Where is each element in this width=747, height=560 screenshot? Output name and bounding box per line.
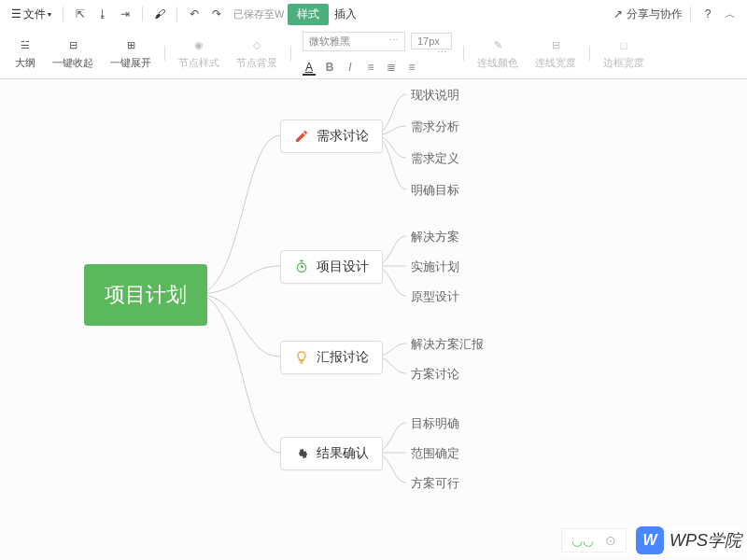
toolbar-tools-row: ☱大纲 ⊟一键收起 ⊞一键展开 ◉节点样式 ◇节点背景 微软雅黑 17px A … — [0, 28, 747, 78]
align-center-icon[interactable]: ≣ — [385, 61, 398, 76]
node-style-tool[interactable]: ◉节点样式 — [171, 35, 227, 72]
clock-icon — [294, 259, 309, 274]
bold-icon[interactable]: B — [323, 61, 336, 76]
branch-label: 结果确认 — [317, 445, 369, 462]
root-node[interactable]: 项目计划 — [84, 264, 207, 326]
italic-icon[interactable]: I — [344, 61, 357, 76]
divider — [690, 7, 691, 21]
font-family-select[interactable]: 微软雅黑 — [303, 32, 405, 51]
line-width-tool[interactable]: ⊟连线宽度 — [528, 35, 584, 72]
tab-insert[interactable]: 插入 — [325, 4, 366, 25]
align-right-icon[interactable]: ≡ — [405, 61, 418, 76]
branch-label: 需求讨论 — [317, 128, 369, 145]
bottom-bar: ◡◡ ⊙ W WPS学院 — [561, 526, 741, 554]
collapse-toolbar-icon[interactable]: ︿ — [721, 5, 740, 23]
leaf-node[interactable]: 现状说明 — [411, 87, 459, 104]
divider — [63, 7, 63, 21]
wps-logo-icon: W — [636, 526, 664, 554]
branch-label: 汇报讨论 — [317, 349, 369, 366]
divider — [142, 7, 143, 21]
branch-node[interactable]: 结果确认 — [280, 437, 383, 470]
leaf-node[interactable]: 实施计划 — [411, 259, 459, 275]
text-color-icon[interactable]: A — [303, 61, 316, 76]
export-icon[interactable]: ⇱ — [71, 5, 90, 23]
leaf-node[interactable]: 范围确定 — [411, 445, 459, 462]
pencil-icon — [294, 129, 309, 144]
eye-icon[interactable]: ◡◡ — [571, 533, 594, 548]
toolbar-top-row: ☰ 文件 ▾ ⇱ ⭳ ⇥ 🖌 ↶ ↷ 已保存至W 样式 插入 ↗ 分享与协作 ?… — [0, 0, 747, 28]
divider — [589, 46, 590, 61]
branch-node[interactable]: 汇报讨论 — [280, 341, 383, 374]
format-painter-icon[interactable]: 🖌 — [150, 5, 169, 23]
save-status: 已保存至W — [233, 7, 284, 21]
target-icon[interactable]: ⊙ — [605, 533, 616, 548]
font-size-select[interactable]: 17px — [411, 33, 452, 49]
branch-node[interactable]: 需求讨论 — [280, 119, 383, 153]
mindmap-canvas[interactable]: 项目计划 需求讨论 项目设计 汇报讨论 结果确认 现状说明 需求分析 需求定义 … — [0, 79, 747, 560]
wps-watermark: W WPS学院 — [636, 526, 741, 554]
tab-style[interactable]: 样式 — [288, 4, 329, 25]
share-button[interactable]: ↗ 分享与协作 — [613, 7, 683, 22]
divider — [463, 46, 464, 61]
divider — [176, 7, 177, 21]
watermark-text: WPS学院 — [669, 529, 741, 552]
leaf-node[interactable]: 解决方案汇报 — [411, 336, 484, 353]
branch-node[interactable]: 项目设计 — [280, 250, 383, 284]
leaf-node[interactable]: 原型设计 — [411, 288, 459, 305]
align-left-icon[interactable]: ≡ — [364, 61, 377, 76]
leaf-node[interactable]: 需求定义 — [411, 150, 459, 167]
undo-icon[interactable]: ↶ — [185, 5, 204, 23]
leaf-node[interactable]: 明确目标 — [411, 182, 459, 199]
border-width-tool[interactable]: □边框宽度 — [596, 35, 652, 72]
download-icon[interactable]: ⭳ — [93, 5, 112, 23]
leaf-node[interactable]: 方案讨论 — [411, 366, 459, 383]
bulb-icon — [294, 350, 309, 365]
help-icon[interactable]: ? — [698, 5, 717, 23]
file-menu[interactable]: ☰ 文件 ▾ — [7, 5, 55, 24]
node-bg-tool[interactable]: ◇节点背景 — [229, 35, 285, 72]
branch-label: 项目设计 — [317, 259, 369, 275]
divider — [164, 46, 165, 61]
outline-tool[interactable]: ☱大纲 — [7, 35, 43, 72]
leaf-node[interactable]: 目标明确 — [411, 415, 459, 432]
toolbar: ☰ 文件 ▾ ⇱ ⭳ ⇥ 🖌 ↶ ↷ 已保存至W 样式 插入 ↗ 分享与协作 ?… — [0, 0, 747, 79]
gear-icon — [294, 446, 309, 461]
line-color-tool[interactable]: ✎连线颜色 — [470, 35, 526, 72]
import-icon[interactable]: ⇥ — [116, 5, 134, 23]
divider — [290, 46, 291, 61]
leaf-node[interactable]: 方案可行 — [411, 475, 459, 492]
view-controls: ◡◡ ⊙ — [561, 528, 627, 553]
leaf-node[interactable]: 解决方案 — [411, 229, 459, 245]
expand-tool[interactable]: ⊞一键展开 — [103, 35, 159, 72]
redo-icon[interactable]: ↷ — [207, 5, 226, 23]
collapse-tool[interactable]: ⊟一键收起 — [45, 35, 101, 72]
leaf-node[interactable]: 需求分析 — [411, 119, 459, 135]
